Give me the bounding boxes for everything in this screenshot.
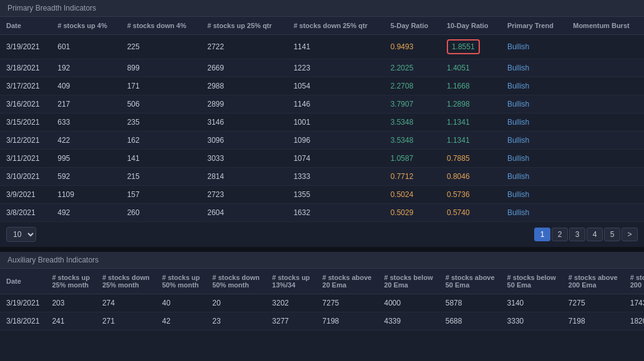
trend-value: Bullish <box>507 136 529 145</box>
trend-value: Bullish <box>507 100 529 108</box>
table-row: 3/8/2021 492 260 2604 1632 0.5029 0.5740… <box>0 204 644 222</box>
page-btn-3[interactable]: 3 <box>569 228 585 241</box>
aux-cell-below200: 1743 <box>624 294 644 312</box>
cell-up25: 2722 <box>201 35 287 59</box>
cell-momentum <box>567 59 644 77</box>
page-btn-next[interactable]: > <box>622 228 638 241</box>
cell-ratio10: 0.5740 <box>441 204 501 222</box>
cell-date: 3/12/2021 <box>0 132 51 150</box>
table-row: 3/19/2021 203 274 40 20 3202 7275 4000 5… <box>0 294 644 312</box>
cell-down4: 141 <box>121 150 202 168</box>
cell-ratio10: 1.1668 <box>441 77 501 95</box>
cell-ratio5: 2.2708 <box>384 77 441 95</box>
cell-down25: 1074 <box>287 150 384 168</box>
cell-down25: 1141 <box>287 35 384 59</box>
ratio5-value: 0.7712 <box>391 172 414 181</box>
aux-col-above200: # stocks above200 Ema <box>562 269 624 294</box>
cell-up25: 2814 <box>201 168 287 186</box>
ratio10-value: 1.1668 <box>447 82 470 90</box>
cell-ratio5: 0.7712 <box>384 168 441 186</box>
col-date: Date <box>0 17 51 35</box>
highlighted-value: 1.8551 <box>447 39 480 54</box>
auxiliary-section-header: Auxiliary Breadth Indicators <box>0 252 644 269</box>
auxiliary-table-wrapper: Date # stocks up25% month # stocks down2… <box>0 269 644 330</box>
aux-cell-below50: 3330 <box>501 312 562 330</box>
trend-value: Bullish <box>507 118 529 127</box>
cell-up4: 601 <box>51 35 120 59</box>
table-row: 3/10/2021 592 215 2814 1333 0.7712 0.804… <box>0 168 644 186</box>
cell-trend: Bullish <box>501 35 567 59</box>
aux-col-below20: # stocks below20 Ema <box>378 269 439 294</box>
aux-col-date: Date <box>0 269 46 294</box>
col-down4: # stocks down 4% <box>121 17 202 35</box>
aux-cell-up1334: 3277 <box>266 312 316 330</box>
aux-col-below50: # stocks below50 Ema <box>501 269 562 294</box>
ratio10-value: 0.5740 <box>447 208 470 217</box>
auxiliary-section-title: Auxiliary Breadth Indicators <box>7 256 99 264</box>
col-down25qtr: # stocks down 25% qtr <box>287 17 384 35</box>
auxiliary-table: Date # stocks up25% month # stocks down2… <box>0 269 644 330</box>
trend-value: Bullish <box>507 42 529 51</box>
aux-cell-down50m: 23 <box>206 312 266 330</box>
col-up4: # stocks up 4% <box>51 17 120 35</box>
table-row: 3/18/2021 192 899 2669 1223 2.2025 1.405… <box>0 59 644 77</box>
ratio5-value: 1.0587 <box>391 154 414 163</box>
per-page-select[interactable]: 10 20 50 <box>6 227 36 242</box>
ratio5-value: 3.5348 <box>391 136 414 145</box>
cell-down4: 225 <box>121 35 202 59</box>
aux-col-above20: # stocks above20 Ema <box>316 269 378 294</box>
cell-up25: 3146 <box>201 113 287 132</box>
cell-up4: 995 <box>51 150 120 168</box>
cell-date: 3/9/2021 <box>0 186 51 204</box>
ratio5-value: 2.2025 <box>391 64 414 72</box>
ratio5-value: 0.5024 <box>391 190 414 199</box>
table-row: 3/15/2021 633 235 3146 1001 3.5348 1.134… <box>0 113 644 132</box>
aux-col-up50m: # stocks up50% month <box>156 269 207 294</box>
ratio10-value: 0.5736 <box>447 190 470 199</box>
cell-up25: 2604 <box>201 204 287 222</box>
cell-trend: Bullish <box>501 150 567 168</box>
cell-ratio10: 1.2898 <box>441 95 501 113</box>
aux-cell-below20: 4339 <box>378 312 439 330</box>
table-row: 3/16/2021 217 506 2899 1146 3.7907 1.289… <box>0 95 644 113</box>
cell-down25: 1054 <box>287 77 384 95</box>
ratio5-value: 3.5348 <box>391 118 414 127</box>
cell-date: 3/17/2021 <box>0 77 51 95</box>
page-btn-4[interactable]: 4 <box>587 228 603 241</box>
cell-ratio5: 3.5348 <box>384 113 441 132</box>
cell-date: 3/16/2021 <box>0 95 51 113</box>
trend-value: Bullish <box>507 82 529 90</box>
ratio10-value: 1.1341 <box>447 118 470 127</box>
primary-table-wrapper: Date # stocks up 4% # stocks down 4% # s… <box>0 17 644 222</box>
cell-down4: 506 <box>121 95 202 113</box>
cell-down25: 1355 <box>287 186 384 204</box>
trend-value: Bullish <box>507 64 529 72</box>
cell-ratio5: 0.5024 <box>384 186 441 204</box>
page-btn-1[interactable]: 1 <box>534 228 550 241</box>
cell-down25: 1146 <box>287 95 384 113</box>
col-momentum: Momentum Burst <box>567 17 644 35</box>
cell-down4: 162 <box>121 132 202 150</box>
cell-up25: 2899 <box>201 95 287 113</box>
cell-trend: Bullish <box>501 186 567 204</box>
cell-up4: 422 <box>51 132 120 150</box>
cell-trend: Bullish <box>501 95 567 113</box>
aux-cell-down25m: 271 <box>96 312 156 330</box>
primary-table: Date # stocks up 4% # stocks down 4% # s… <box>0 17 644 222</box>
auxiliary-table-header-row: Date # stocks up25% month # stocks down2… <box>0 269 644 294</box>
cell-date: 3/19/2021 <box>0 35 51 59</box>
aux-cell-up50m: 42 <box>156 312 207 330</box>
aux-cell-date: 3/19/2021 <box>0 294 46 312</box>
col-up25qtr: # stocks up 25% qtr <box>201 17 287 35</box>
aux-cell-up25m: 203 <box>46 294 96 312</box>
cell-date: 3/18/2021 <box>0 59 51 77</box>
cell-momentum <box>567 150 644 168</box>
pagination-buttons: 1 2 3 4 5 > <box>534 228 638 241</box>
trend-value: Bullish <box>507 190 529 199</box>
aux-cell-above20: 7198 <box>316 312 378 330</box>
page-btn-2[interactable]: 2 <box>552 228 568 241</box>
cell-down25: 1096 <box>287 132 384 150</box>
ratio10-value: 0.7885 <box>447 154 470 163</box>
page-btn-5[interactable]: 5 <box>604 228 620 241</box>
cell-trend: Bullish <box>501 132 567 150</box>
